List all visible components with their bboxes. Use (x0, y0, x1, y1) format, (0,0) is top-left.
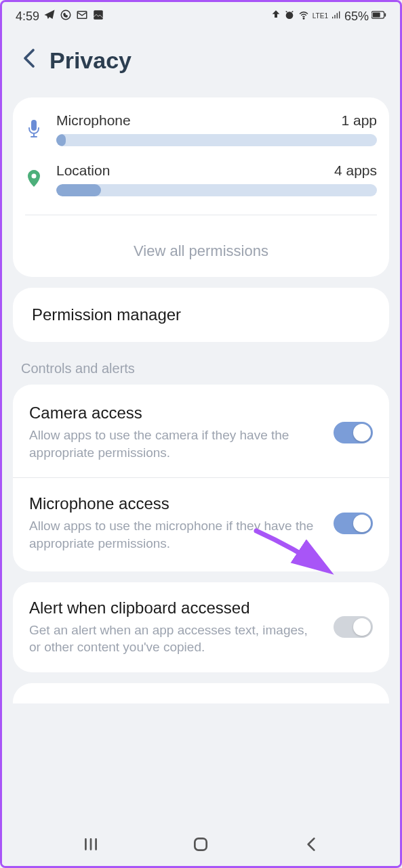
location-icon (25, 170, 43, 189)
permission-manager-card[interactable]: Permission manager (13, 288, 389, 342)
svg-rect-7 (373, 13, 380, 18)
update-icon (270, 9, 281, 23)
microphone-bar (56, 134, 377, 146)
recents-button[interactable] (82, 836, 100, 856)
permission-manager-label: Permission manager (13, 288, 389, 342)
svg-rect-11 (195, 838, 207, 850)
camera-access-toggle[interactable] (334, 422, 373, 443)
microphone-permission-row[interactable]: Microphone 1 app (13, 104, 389, 154)
microphone-access-desc: Allow apps to use the microphone if they… (29, 517, 320, 552)
telegram-icon (43, 9, 56, 24)
svg-point-9 (32, 174, 37, 179)
clipboard-alert-desc: Get an alert when an app accesses text, … (29, 622, 320, 656)
wifi-icon (298, 9, 310, 24)
location-label: Location (56, 162, 110, 179)
camera-access-desc: Allow apps to use the camera if they hav… (29, 427, 320, 461)
clipboard-alert-card: Alert when clipboard accessed Get an ale… (13, 582, 389, 672)
svg-rect-8 (31, 120, 37, 131)
back-button[interactable] (22, 48, 36, 73)
alarm-icon (284, 9, 295, 23)
view-all-permissions[interactable]: View all permissions (13, 225, 389, 277)
whatsapp-icon (60, 9, 72, 24)
controls-section-label: Controls and alerts (2, 353, 400, 385)
microphone-count: 1 app (341, 112, 377, 129)
camera-access-row[interactable]: Camera access Allow apps to use the came… (13, 387, 389, 478)
nav-back-button[interactable] (302, 836, 320, 856)
microphone-access-title: Microphone access (29, 494, 320, 513)
microphone-icon (25, 120, 43, 139)
svg-rect-2 (94, 10, 103, 20)
status-bar: 4:59 LTE1 65% (2, 2, 400, 30)
svg-rect-6 (384, 13, 386, 16)
location-permission-row[interactable]: Location 4 apps (13, 154, 389, 204)
signal-icon (331, 9, 342, 23)
network-label: LTE1 (313, 13, 328, 20)
clipboard-alert-row[interactable]: Alert when clipboard accessed Get an ale… (13, 582, 389, 672)
clipboard-alert-toggle[interactable] (334, 616, 373, 638)
battery-icon (371, 10, 386, 22)
status-time: 4:59 (16, 9, 39, 24)
microphone-label: Microphone (56, 112, 131, 129)
svg-point-4 (303, 18, 304, 20)
page-header: Privacy (2, 30, 400, 97)
page-title: Privacy (49, 47, 132, 74)
status-left: 4:59 (16, 9, 104, 24)
navigation-bar (2, 825, 400, 866)
svg-point-3 (285, 12, 293, 19)
location-bar (56, 184, 377, 196)
clipboard-alert-title: Alert when clipboard accessed (29, 599, 320, 617)
status-right: LTE1 65% (270, 9, 386, 24)
microphone-access-row[interactable]: Microphone access Allow apps to use the … (13, 478, 389, 568)
home-button[interactable] (192, 836, 209, 856)
partial-card (13, 683, 389, 703)
gmail-icon (76, 9, 88, 24)
camera-access-title: Camera access (29, 404, 320, 422)
svg-point-0 (61, 10, 71, 20)
access-toggles-card: Camera access Allow apps to use the came… (13, 385, 389, 571)
microphone-access-toggle[interactable] (334, 513, 373, 534)
permissions-card: Microphone 1 app Location 4 apps View al… (13, 97, 389, 277)
location-count: 4 apps (334, 162, 377, 179)
battery-percent: 65% (344, 9, 369, 24)
divider (25, 215, 377, 215)
gallery-icon (92, 9, 104, 24)
